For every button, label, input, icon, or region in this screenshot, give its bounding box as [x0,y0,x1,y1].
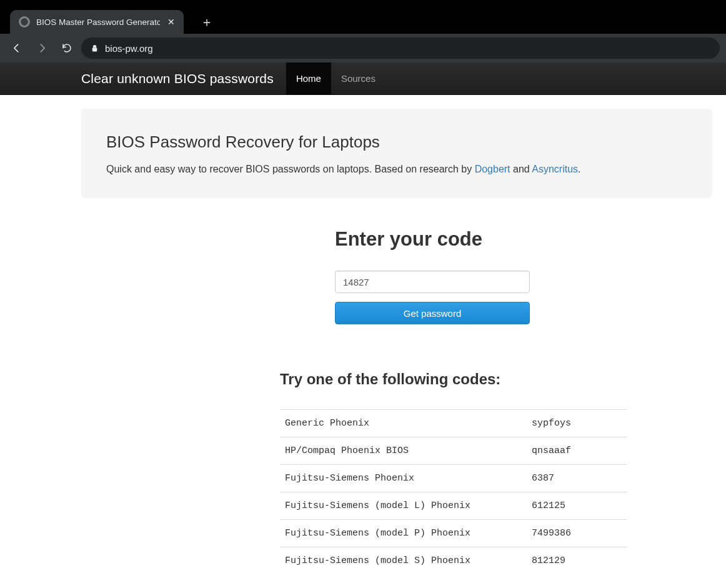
table-row: HP/Compaq Phoenix BIOSqnsaaaf [280,437,627,465]
code-cell: 612125 [527,492,627,520]
browser-toolbar: bios-pw.org [0,34,726,62]
nav-home[interactable]: Home [286,62,331,95]
code-cell: 6387 [527,465,627,492]
code-input[interactable] [335,271,530,293]
code-cell: 812129 [527,547,627,575]
results-section: Try one of the following codes: Generic … [280,371,712,574]
table-row: Generic Phoenixsypfoys [280,410,627,437]
lock-icon [90,44,99,52]
svg-rect-1 [92,47,97,51]
brand[interactable]: Clear unknown BIOS passwords [81,71,274,86]
url-text: bios-pw.org [105,43,153,54]
globe-icon [19,16,30,27]
jumbotron: BIOS Password Recovery for Laptops Quick… [81,109,712,198]
code-cell: qnsaaaf [527,437,627,465]
address-bar[interactable]: bios-pw.org [81,37,720,59]
table-row: Fujitsu-Siemens (model S) Phoenix812129 [280,547,627,575]
vendor-cell: Fujitsu-Siemens (model L) Phoenix [280,492,527,520]
back-button[interactable] [6,37,27,59]
jumbo-heading: BIOS Password Recovery for Laptops [106,132,687,152]
code-form: Enter your code Get password [335,228,530,324]
close-tab-icon[interactable]: ✕ [166,17,176,27]
jumbo-text: and [510,164,532,174]
jumbo-text: Quick and easy way to recover BIOS passw… [106,164,475,174]
table-row: Fujitsu-Siemens (model L) Phoenix612125 [280,492,627,520]
link-asyncritus[interactable]: Asyncritus [532,164,578,174]
table-row: Fujitsu-Siemens (model P) Phoenix7499386 [280,520,627,547]
nav-sources[interactable]: Sources [331,62,385,95]
vendor-cell: Fujitsu-Siemens Phoenix [280,465,527,492]
link-dogbert[interactable]: Dogbert [475,164,510,174]
site-navbar: Clear unknown BIOS passwords Home Source… [0,62,726,95]
browser-chrome: BIOS Master Password Generator ✕ ＋ bios-… [0,0,726,62]
vendor-cell: Fujitsu-Siemens (model S) Phoenix [280,547,527,575]
code-cell: 7499386 [527,520,627,547]
tab-strip: BIOS Master Password Generator ✕ ＋ [0,0,726,34]
page-body: Clear unknown BIOS passwords Home Source… [0,62,726,574]
tab-title: BIOS Master Password Generator [36,17,160,27]
new-tab-button[interactable]: ＋ [197,12,216,31]
forward-button[interactable] [31,37,52,59]
browser-tab[interactable]: BIOS Master Password Generator ✕ [10,10,184,34]
jumbo-lead: Quick and easy way to recover BIOS passw… [106,162,687,177]
get-password-button[interactable]: Get password [335,302,530,324]
results-table: Generic PhoenixsypfoysHP/Compaq Phoenix … [280,409,627,574]
vendor-cell: Generic Phoenix [280,410,527,437]
jumbo-text: . [578,164,580,174]
code-cell: sypfoys [527,410,627,437]
form-heading: Enter your code [335,228,530,251]
table-row: Fujitsu-Siemens Phoenix6387 [280,465,627,492]
vendor-cell: Fujitsu-Siemens (model P) Phoenix [280,520,527,547]
results-heading: Try one of the following codes: [280,371,712,388]
reload-button[interactable] [56,37,77,59]
vendor-cell: HP/Compaq Phoenix BIOS [280,437,527,465]
